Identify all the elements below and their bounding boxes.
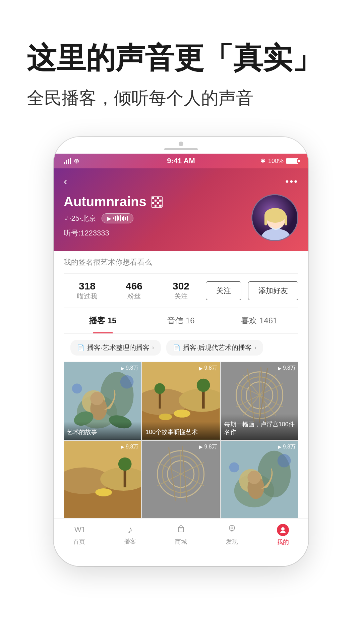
profile-info: Autumnrains (64, 194, 298, 241)
swipe-bar-inner (164, 148, 198, 150)
wave-bar-2 (115, 216, 116, 221)
play-icon-4: ▶ (199, 444, 203, 449)
shop-icon (176, 524, 186, 536)
svg-point-16 (120, 375, 134, 389)
svg-point-62 (247, 471, 261, 484)
svg-rect-4 (264, 215, 267, 225)
tab-yinxin[interactable]: 音信 16 (142, 308, 220, 333)
home-icon: WTY (74, 524, 84, 536)
tagline-main: 这里的声音更「真实」 (27, 40, 335, 76)
category-tag-modern-art[interactable]: 📄 播客·后现代艺术的播客 › (166, 340, 263, 356)
swipe-bar (54, 148, 308, 154)
wave-bar-6 (122, 217, 123, 220)
stat-liked-me[interactable]: 318 喵过我 (64, 280, 111, 301)
voice-wave (113, 215, 128, 222)
nav-home-label: 首页 (73, 538, 85, 546)
profile-gender-age: ♂·25·北京 (64, 213, 96, 223)
profile-listener-id: 听号:1223333 (64, 228, 251, 238)
content-card-5[interactable]: ▶ 9.8万 (221, 441, 298, 518)
svg-text:WTY: WTY (74, 525, 84, 533)
content-card-3[interactable]: ▶ 9.8万 (64, 441, 141, 518)
signal-bar-4 (70, 158, 71, 164)
signal-bar-3 (68, 159, 69, 164)
wifi-icon: ⊛ (74, 157, 79, 165)
category-tags: 📄 播客·艺术整理的播客 › 📄 播客·后现代艺术的播客 › (64, 334, 298, 362)
nav-discover-label: 发现 (226, 538, 238, 546)
tagline-sub: 全民播客，倾听每个人的声音 (27, 86, 335, 110)
tag-icon-1: 📄 (77, 344, 84, 352)
svg-point-72 (281, 527, 285, 531)
content-tabs: 播客 15 音信 16 喜欢 1461 (64, 308, 298, 334)
content-card-0[interactable]: ▶ 9.8万 艺术的故事 (64, 362, 141, 439)
nav-home[interactable]: WTY 首页 (54, 524, 105, 546)
battery-percentage: 100% (268, 158, 284, 165)
voice-play-icon: ▶ (107, 215, 111, 222)
battery-icon (286, 158, 298, 164)
svg-point-63 (229, 462, 239, 472)
content-card-4[interactable]: ▶ 9.8万 (142, 441, 220, 518)
back-button[interactable]: ‹ (64, 175, 67, 187)
following-count: 302 (158, 280, 204, 292)
avatar-image (252, 195, 297, 240)
signal-bar-1 (64, 162, 65, 164)
content-card-1[interactable]: ▶ 9.8万 100个故事听懂艺术 (142, 362, 220, 439)
tab-likes[interactable]: 喜欢 1461 (220, 308, 298, 333)
category-tag-label-2: 播客·后现代艺术的播客 (183, 343, 252, 352)
svg-point-3 (264, 208, 286, 223)
content-card-2[interactable]: ▶ 9.8万 每期一幅画，卢浮宫100件名作 (221, 362, 298, 439)
play-icon-1: ▶ (199, 366, 203, 371)
liked-me-count: 318 (64, 280, 111, 292)
category-tag-art[interactable]: 📄 播客·艺术整理的播客 › (70, 340, 161, 356)
play-icon-3: ▶ (121, 444, 124, 449)
status-left: ⊛ (64, 157, 79, 165)
phone-mockup: ⊛ 9:41 AM ✱ 100% ‹ ••• (54, 137, 308, 566)
status-bar: ⊛ 9:41 AM ✱ 100% (54, 154, 308, 168)
card-play-count-0: ▶ 9.8万 (121, 365, 138, 372)
nav-discover[interactable]: 发现 (206, 524, 257, 546)
voice-badge[interactable]: ▶ (102, 213, 133, 223)
tab-podcast[interactable]: 播客 15 (64, 308, 142, 333)
status-time: 9:41 AM (167, 157, 195, 165)
bottom-nav: WTY 首页 ♪ 播客 (54, 518, 308, 553)
profile-signature: 我的签名很艺术你想看看么 (64, 251, 298, 274)
svg-point-25 (155, 383, 165, 394)
svg-point-64 (277, 454, 291, 467)
battery-fill (287, 159, 297, 163)
tag-arrow-1: › (152, 344, 154, 351)
svg-point-68 (229, 525, 235, 531)
nav-shop-label: 商城 (175, 538, 187, 546)
svg-rect-5 (285, 215, 287, 225)
stat-fans[interactable]: 466 粉丝 (111, 280, 158, 301)
profile-name: Autumnrains (64, 194, 146, 209)
phone-mockup-wrapper: ⊛ 9:41 AM ✱ 100% ‹ ••• (0, 130, 362, 566)
profile-meta: ♂·25·北京 ▶ (64, 213, 251, 223)
play-icon-5: ▶ (278, 444, 282, 449)
qr-code-icon[interactable] (151, 196, 163, 208)
nav-profile[interactable]: 我的 (257, 524, 308, 546)
card-title-1: 100个故事听懂艺术 (142, 422, 220, 439)
fans-label: 粉丝 (111, 292, 158, 301)
add-friend-button[interactable]: 添加好友 (248, 281, 298, 300)
svg-point-47 (95, 488, 112, 496)
card-art-svg-4 (142, 441, 220, 518)
nav-profile-label: 我的 (277, 538, 289, 546)
profile-body: 我的签名很艺术你想看看么 318 喵过我 466 粉丝 302 关注 (54, 251, 308, 518)
follow-button[interactable]: 关注 (206, 281, 241, 300)
more-button[interactable]: ••• (286, 176, 298, 187)
svg-point-12 (90, 392, 104, 406)
svg-rect-24 (159, 392, 161, 409)
wave-bar-7 (123, 216, 124, 221)
podcast-icon: ♪ (128, 524, 133, 535)
avatar-svg (252, 195, 298, 241)
bluetooth-icon: ✱ (260, 157, 265, 165)
nav-podcast[interactable]: ♪ 播客 (105, 524, 156, 546)
phone-notch (54, 137, 308, 148)
discover-icon (227, 524, 237, 536)
svg-point-15 (72, 384, 82, 394)
tagline-section: 这里的声音更「真实」 全民播客，倾听每个人的声音 (0, 0, 362, 130)
tag-icon-2: 📄 (173, 344, 180, 352)
stat-following[interactable]: 302 关注 (158, 280, 204, 301)
content-grid: ▶ 9.8万 艺术的故事 (64, 362, 298, 518)
svg-point-46 (118, 457, 132, 471)
nav-shop[interactable]: 商城 (156, 524, 206, 546)
